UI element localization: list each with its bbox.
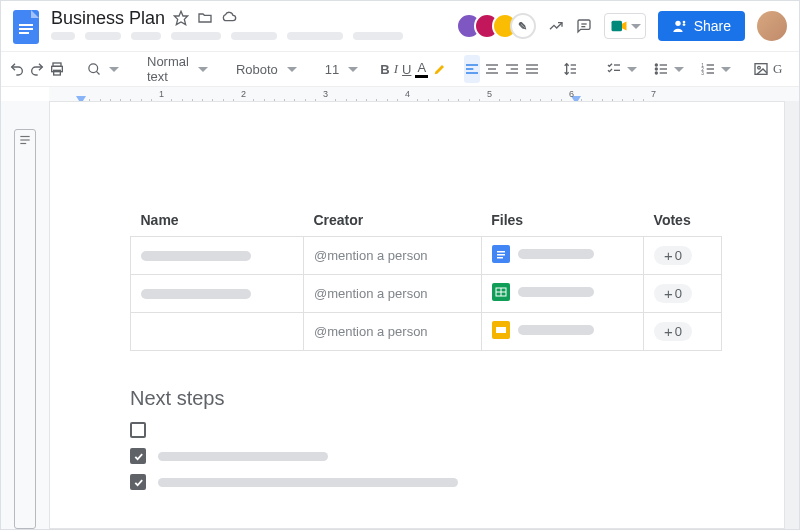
- checklist-item[interactable]: [130, 422, 722, 438]
- menu-item[interactable]: [51, 32, 75, 40]
- svg-point-40: [655, 72, 657, 74]
- menu-item[interactable]: [171, 32, 221, 40]
- cell-name[interactable]: [131, 237, 304, 275]
- menu-item[interactable]: [287, 32, 343, 40]
- meet-button[interactable]: [604, 13, 646, 39]
- collaborator-avatars[interactable]: ✎: [456, 13, 536, 39]
- star-icon[interactable]: [173, 10, 189, 26]
- align-left-button[interactable]: [464, 55, 480, 83]
- svg-rect-7: [611, 21, 622, 32]
- line-spacing-button[interactable]: [556, 55, 584, 83]
- cell-file[interactable]: [481, 237, 643, 275]
- ruler-number: 1: [159, 89, 164, 99]
- underline-button[interactable]: U: [402, 55, 411, 83]
- outline-gutter: [1, 101, 49, 529]
- document-page[interactable]: NameCreatorFilesVotes @mention a person+…: [49, 101, 785, 529]
- share-button-label: Share: [694, 18, 731, 34]
- doc-title[interactable]: Business Plan: [51, 8, 165, 29]
- menu-item[interactable]: [85, 32, 121, 40]
- vote-chip[interactable]: + 0: [654, 322, 692, 341]
- svg-point-10: [682, 21, 685, 24]
- collaborator-avatar[interactable]: ✎: [510, 13, 536, 39]
- ruler-number: 5: [487, 89, 492, 99]
- numbered-list-button[interactable]: 123: [694, 55, 737, 83]
- cell-votes[interactable]: + 0: [644, 275, 722, 313]
- svg-point-38: [655, 68, 657, 70]
- ruler-number: 4: [405, 89, 410, 99]
- cell-votes[interactable]: + 0: [644, 313, 722, 351]
- ruler-number: 2: [241, 89, 246, 99]
- highlight-button[interactable]: [432, 55, 448, 83]
- comments-icon[interactable]: [576, 18, 592, 34]
- cell-votes[interactable]: + 0: [644, 237, 722, 275]
- style-select[interactable]: Normal text: [141, 55, 214, 83]
- redo-button[interactable]: [29, 55, 45, 83]
- menu-item[interactable]: [231, 32, 277, 40]
- cell-creator[interactable]: @mention a person: [303, 237, 481, 275]
- cell-name[interactable]: [131, 275, 304, 313]
- checklist-item[interactable]: [130, 448, 722, 464]
- svg-line-17: [96, 71, 99, 74]
- svg-marker-8: [622, 22, 627, 31]
- menu-item[interactable]: [353, 32, 403, 40]
- cell-file[interactable]: [481, 275, 643, 313]
- svg-point-49: [758, 66, 761, 69]
- account-avatar[interactable]: [757, 11, 787, 41]
- bold-button[interactable]: B: [380, 55, 389, 83]
- undo-button[interactable]: [9, 55, 25, 83]
- text-color-button[interactable]: A: [415, 55, 428, 83]
- font-size-select[interactable]: 11: [319, 55, 364, 83]
- activity-icon[interactable]: [548, 18, 564, 34]
- ruler-number: 7: [651, 89, 656, 99]
- outline-icon[interactable]: [14, 129, 36, 529]
- share-button[interactable]: Share: [658, 11, 745, 41]
- docs-logo-icon[interactable]: [11, 9, 41, 45]
- section-heading[interactable]: Next steps: [130, 387, 722, 410]
- insert-image-button[interactable]: [753, 55, 769, 83]
- cell-name[interactable]: [131, 313, 304, 351]
- svg-rect-3: [19, 32, 29, 34]
- font-select[interactable]: Roboto: [230, 55, 303, 83]
- cell-creator[interactable]: @mention a person: [303, 275, 481, 313]
- folder-move-icon[interactable]: [197, 10, 213, 26]
- svg-rect-1: [19, 24, 33, 26]
- content-table[interactable]: NameCreatorFilesVotes @mention a person+…: [130, 212, 722, 351]
- vote-chip[interactable]: + 0: [654, 284, 692, 303]
- sheet-file-icon: [492, 283, 510, 301]
- cell-creator[interactable]: @mention a person: [303, 313, 481, 351]
- print-button[interactable]: [49, 55, 65, 83]
- style-select-label: Normal text: [147, 54, 189, 84]
- table-header: Creator: [303, 212, 481, 237]
- checkbox-icon[interactable]: [130, 474, 146, 490]
- table-row[interactable]: @mention a person+ 0: [131, 313, 722, 351]
- svg-rect-62: [496, 327, 506, 333]
- zoom-select[interactable]: [81, 55, 125, 83]
- svg-rect-2: [19, 28, 33, 30]
- table-header: Files: [481, 212, 643, 237]
- menu-bar[interactable]: [51, 32, 446, 40]
- header-bar: Business Plan ✎ Share: [1, 1, 799, 45]
- vote-chip[interactable]: + 0: [654, 246, 692, 265]
- table-header: Votes: [644, 212, 722, 237]
- cell-file[interactable]: [481, 313, 643, 351]
- table-row[interactable]: @mention a person+ 0: [131, 275, 722, 313]
- checkbox-icon[interactable]: [130, 422, 146, 438]
- align-justify-button[interactable]: [524, 55, 540, 83]
- google-docs-app: Business Plan ✎ Share Normal text Roboto…: [0, 0, 800, 530]
- svg-rect-56: [497, 257, 503, 259]
- align-right-button[interactable]: [504, 55, 520, 83]
- checkbox-icon[interactable]: [130, 448, 146, 464]
- table-header: Name: [131, 212, 304, 237]
- table-row[interactable]: @mention a person+ 0: [131, 237, 722, 275]
- document-canvas: NameCreatorFilesVotes @mention a person+…: [1, 101, 799, 529]
- doc-file-icon: [492, 245, 510, 263]
- checklist-item[interactable]: [130, 474, 722, 490]
- cloud-status-icon[interactable]: [221, 10, 237, 26]
- insert-link-button[interactable]: G: [773, 55, 782, 83]
- font-select-label: Roboto: [236, 62, 278, 77]
- italic-button[interactable]: I: [394, 55, 398, 83]
- menu-item[interactable]: [131, 32, 161, 40]
- checklist-button[interactable]: [600, 55, 643, 83]
- align-center-button[interactable]: [484, 55, 500, 83]
- bulleted-list-button[interactable]: [647, 55, 690, 83]
